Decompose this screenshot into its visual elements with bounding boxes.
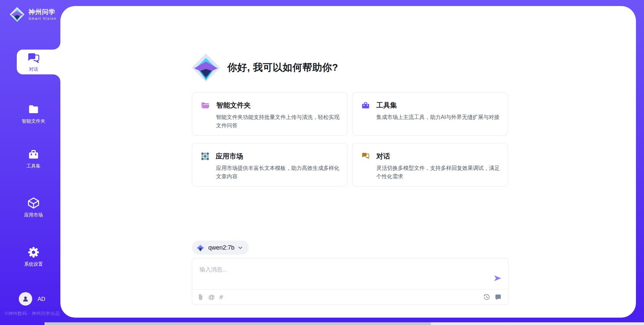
brand-logo-icon (9, 7, 25, 22)
card-title: 对话 (376, 151, 390, 161)
horizontal-scrollbar-thumb[interactable] (45, 322, 431, 325)
copyright-text: ©神州数码 · 神州问学出品 (5, 311, 60, 317)
card-title: 应用市场 (216, 151, 243, 161)
sidebar-item-smart-folder[interactable]: 智能文件夹 (7, 103, 60, 124)
topic-button[interactable]: # (219, 294, 223, 301)
feature-cards: 智能文件夹 智能文件夹功能支持批量文件上传与清洗，轻松实现文件问答 工具集 集成… (192, 92, 508, 187)
model-logo-icon (196, 243, 205, 252)
card-description: 智能文件夹功能支持批量文件上传与清洗，轻松实现文件问答 (216, 113, 341, 130)
card-toolset[interactable]: 工具集 集成市场上主流工具，助力AI与外界无缝扩展与对接 (352, 92, 508, 136)
person-icon (22, 295, 29, 303)
horizontal-scrollbar[interactable] (45, 322, 644, 325)
sidebar-item-chat[interactable]: 对话 (7, 51, 60, 72)
sidebar-item-label: 智能文件夹 (22, 118, 45, 124)
main-panel: 你好, 我可以如何帮助你? 智能文件夹 智能文件夹功能支持批量文件上传与清洗，轻… (60, 6, 636, 318)
message-input[interactable] (200, 266, 485, 284)
paperclip-icon (198, 294, 204, 301)
greeting: 你好, 我可以如何帮助你? (191, 53, 338, 82)
card-smart-folder[interactable]: 智能文件夹 智能文件夹功能支持批量文件上传与清洗，轻松实现文件问答 (192, 92, 347, 136)
composer-toolbar: @ # (198, 289, 501, 305)
folder-icon (27, 103, 40, 116)
sidebar-item-label: 应用市场 (24, 212, 43, 218)
feedback-button[interactable] (495, 294, 501, 301)
brand: 神州问学 Smart Vision (9, 7, 56, 22)
grid-icon (201, 152, 209, 160)
gear-icon (27, 246, 40, 259)
toolbox-icon (361, 101, 370, 109)
greeting-title: 你好, 我可以如何帮助你? (227, 61, 338, 74)
toolbox-icon (27, 147, 40, 161)
model-name: qwen2:7b (208, 244, 234, 251)
sidebar: 神州问学 Smart Vision 对话 智能文件夹 (0, 0, 60, 325)
card-title: 智能文件夹 (216, 101, 251, 110)
send-button[interactable] (493, 274, 502, 283)
active-tab-curve-bottom (53, 74, 60, 82)
avatar (19, 292, 32, 306)
brand-name: 神州问学 (29, 8, 56, 16)
card-description: 灵活切换多模型文件，支持多样回复效果调试，满足个性化需求 (376, 164, 501, 181)
user-profile[interactable]: AD (19, 292, 45, 306)
send-icon (493, 274, 502, 283)
history-button[interactable] (483, 294, 490, 301)
card-title: 工具集 (376, 101, 397, 110)
chevron-down-icon (238, 245, 243, 250)
chat-bubble-icon (495, 294, 501, 301)
sidebar-item-label: 系统设置 (24, 261, 43, 267)
sidebar-item-settings[interactable]: 系统设置 (7, 246, 60, 267)
card-app-market[interactable]: 应用市场 应用市场提供丰富长文本模板，助力高效生成多样化文章内容 (192, 143, 347, 187)
sidebar-item-toolset[interactable]: 工具集 (7, 147, 60, 169)
attach-button[interactable] (198, 294, 204, 301)
mention-button[interactable]: @ (208, 294, 215, 301)
card-description: 集成市场上主流工具，助力AI与外界无缝扩展与对接 (376, 113, 501, 121)
message-composer: @ # (192, 258, 508, 305)
sidebar-item-label: 工具集 (26, 163, 41, 169)
brand-subtitle: Smart Vision (29, 16, 56, 20)
user-name: AD (38, 296, 45, 302)
sidebar-item-label: 对话 (29, 66, 38, 72)
app-window: 神州问学 Smart Vision 对话 智能文件夹 (0, 0, 644, 325)
active-tab-curve-top (53, 42, 60, 50)
card-description: 应用市场提供丰富长文本模板，助力高效生成多样化文章内容 (216, 164, 341, 181)
card-chat[interactable]: 对话 灵活切换多模型文件，支持多样回复效果调试，满足个性化需求 (352, 143, 508, 187)
folder-open-icon (201, 101, 210, 109)
chat-icon (361, 152, 370, 160)
chat-icon (26, 51, 41, 65)
model-selector[interactable]: qwen2:7b (192, 241, 249, 255)
sidebar-item-app-market[interactable]: 应用市场 (7, 196, 60, 218)
cube-icon (27, 196, 40, 210)
assistant-logo-icon (191, 53, 221, 82)
history-icon (483, 294, 490, 301)
